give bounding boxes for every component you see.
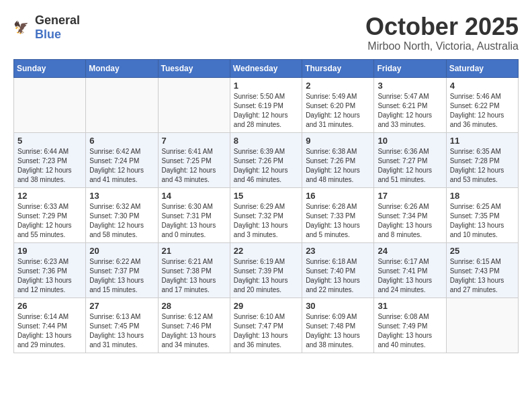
day-number: 7 (162, 136, 226, 146)
calendar-cell: 28Sunrise: 6:12 AM Sunset: 7:46 PM Dayli… (158, 298, 230, 353)
calendar-cell (158, 77, 230, 132)
calendar-cell (446, 298, 518, 353)
calendar-cell: 31Sunrise: 6:08 AM Sunset: 7:49 PM Dayli… (374, 298, 446, 353)
title-area: October 2025 Mirboo North, Victoria, Aus… (365, 13, 519, 52)
day-info: Sunrise: 5:47 AM Sunset: 6:21 PM Dayligh… (378, 92, 442, 130)
calendar-cell: 24Sunrise: 6:17 AM Sunset: 7:41 PM Dayli… (374, 242, 446, 298)
page-header: 🦅 General Blue October 2025 Mirboo North… (13, 13, 519, 52)
calendar-cell: 23Sunrise: 6:18 AM Sunset: 7:40 PM Dayli… (302, 242, 374, 298)
day-info: Sunrise: 6:22 AM Sunset: 7:37 PM Dayligh… (89, 257, 154, 295)
weekday-header: Friday (374, 59, 446, 77)
day-info: Sunrise: 6:38 AM Sunset: 7:26 PM Dayligh… (306, 147, 370, 185)
svg-text:🦅: 🦅 (13, 20, 29, 35)
day-number: 31 (378, 301, 442, 311)
calendar-cell: 20Sunrise: 6:22 AM Sunset: 7:37 PM Dayli… (86, 242, 158, 298)
location-title: Mirboo North, Victoria, Australia (365, 40, 519, 52)
calendar-cell: 11Sunrise: 6:35 AM Sunset: 7:28 PM Dayli… (446, 132, 518, 187)
day-number: 3 (378, 81, 442, 91)
day-number: 14 (162, 191, 226, 201)
logo-blue-text: Blue (35, 28, 61, 41)
weekday-header: Thursday (302, 59, 374, 77)
weekday-header: Wednesday (230, 59, 302, 77)
calendar-cell: 12Sunrise: 6:33 AM Sunset: 7:29 PM Dayli… (14, 187, 86, 242)
calendar-week-row: 1Sunrise: 5:50 AM Sunset: 6:19 PM Daylig… (14, 77, 519, 132)
day-info: Sunrise: 6:30 AM Sunset: 7:31 PM Dayligh… (162, 202, 226, 240)
day-info: Sunrise: 6:26 AM Sunset: 7:34 PM Dayligh… (378, 202, 442, 240)
day-info: Sunrise: 6:08 AM Sunset: 7:49 PM Dayligh… (378, 312, 442, 350)
calendar-cell: 6Sunrise: 6:42 AM Sunset: 7:24 PM Daylig… (86, 132, 158, 187)
calendar-cell: 8Sunrise: 6:39 AM Sunset: 7:26 PM Daylig… (230, 132, 302, 187)
calendar-cell: 26Sunrise: 6:14 AM Sunset: 7:44 PM Dayli… (14, 298, 86, 353)
day-number: 27 (89, 301, 154, 311)
day-number: 18 (450, 191, 515, 201)
weekday-header: Tuesday (158, 59, 230, 77)
day-info: Sunrise: 5:50 AM Sunset: 6:19 PM Dayligh… (234, 92, 298, 130)
day-number: 5 (17, 136, 82, 146)
day-info: Sunrise: 6:25 AM Sunset: 7:35 PM Dayligh… (450, 202, 515, 240)
calendar-cell: 5Sunrise: 6:44 AM Sunset: 7:23 PM Daylig… (14, 132, 86, 187)
calendar-table: SundayMondayTuesdayWednesdayThursdayFrid… (13, 59, 519, 353)
day-number: 23 (306, 246, 370, 256)
day-number: 30 (306, 301, 370, 311)
day-info: Sunrise: 6:29 AM Sunset: 7:32 PM Dayligh… (234, 202, 298, 240)
weekday-header: Saturday (446, 59, 518, 77)
calendar-week-row: 26Sunrise: 6:14 AM Sunset: 7:44 PM Dayli… (14, 298, 519, 353)
day-info: Sunrise: 6:12 AM Sunset: 7:46 PM Dayligh… (162, 312, 226, 350)
day-number: 26 (17, 301, 82, 311)
calendar-cell: 13Sunrise: 6:32 AM Sunset: 7:30 PM Dayli… (86, 187, 158, 242)
day-info: Sunrise: 6:17 AM Sunset: 7:41 PM Dayligh… (378, 257, 442, 295)
calendar-cell: 21Sunrise: 6:21 AM Sunset: 7:38 PM Dayli… (158, 242, 230, 298)
calendar-cell: 16Sunrise: 6:28 AM Sunset: 7:33 PM Dayli… (302, 187, 374, 242)
day-info: Sunrise: 6:33 AM Sunset: 7:29 PM Dayligh… (17, 202, 82, 240)
day-info: Sunrise: 5:46 AM Sunset: 6:22 PM Dayligh… (450, 92, 515, 130)
day-number: 17 (378, 191, 442, 201)
weekday-header: Sunday (14, 59, 86, 77)
day-info: Sunrise: 6:28 AM Sunset: 7:33 PM Dayligh… (306, 202, 370, 240)
calendar-week-row: 19Sunrise: 6:23 AM Sunset: 7:36 PM Dayli… (14, 242, 519, 298)
logo: 🦅 General Blue (13, 13, 80, 42)
day-info: Sunrise: 6:18 AM Sunset: 7:40 PM Dayligh… (306, 257, 370, 295)
month-title: October 2025 (365, 13, 519, 40)
calendar-cell: 27Sunrise: 6:13 AM Sunset: 7:45 PM Dayli… (86, 298, 158, 353)
day-info: Sunrise: 6:15 AM Sunset: 7:43 PM Dayligh… (450, 257, 515, 295)
calendar-cell: 2Sunrise: 5:49 AM Sunset: 6:20 PM Daylig… (302, 77, 374, 132)
calendar-cell: 10Sunrise: 6:36 AM Sunset: 7:27 PM Dayli… (374, 132, 446, 187)
day-info: Sunrise: 6:23 AM Sunset: 7:36 PM Dayligh… (17, 257, 82, 295)
day-number: 10 (378, 136, 442, 146)
day-number: 12 (17, 191, 82, 201)
calendar-cell: 22Sunrise: 6:19 AM Sunset: 7:39 PM Dayli… (230, 242, 302, 298)
day-number: 13 (89, 191, 154, 201)
day-number: 15 (234, 191, 298, 201)
logo-general-text: General (35, 13, 80, 27)
day-info: Sunrise: 6:39 AM Sunset: 7:26 PM Dayligh… (234, 147, 298, 185)
calendar-week-row: 5Sunrise: 6:44 AM Sunset: 7:23 PM Daylig… (14, 132, 519, 187)
calendar-cell: 14Sunrise: 6:30 AM Sunset: 7:31 PM Dayli… (158, 187, 230, 242)
day-number: 22 (234, 246, 298, 256)
day-number: 16 (306, 191, 370, 201)
calendar-cell: 30Sunrise: 6:09 AM Sunset: 7:48 PM Dayli… (302, 298, 374, 353)
day-number: 9 (306, 136, 370, 146)
calendar-cell: 7Sunrise: 6:41 AM Sunset: 7:25 PM Daylig… (158, 132, 230, 187)
calendar-cell: 3Sunrise: 5:47 AM Sunset: 6:21 PM Daylig… (374, 77, 446, 132)
day-number: 20 (89, 246, 154, 256)
calendar-cell (86, 77, 158, 132)
day-info: Sunrise: 6:35 AM Sunset: 7:28 PM Dayligh… (450, 147, 515, 185)
day-number: 2 (306, 81, 370, 91)
day-info: Sunrise: 6:14 AM Sunset: 7:44 PM Dayligh… (17, 312, 82, 350)
day-number: 11 (450, 136, 515, 146)
calendar-cell: 19Sunrise: 6:23 AM Sunset: 7:36 PM Dayli… (14, 242, 86, 298)
day-info: Sunrise: 6:41 AM Sunset: 7:25 PM Dayligh… (162, 147, 226, 185)
day-number: 1 (234, 81, 298, 91)
day-info: Sunrise: 6:44 AM Sunset: 7:23 PM Dayligh… (17, 147, 82, 185)
day-number: 24 (378, 246, 442, 256)
calendar-week-row: 12Sunrise: 6:33 AM Sunset: 7:29 PM Dayli… (14, 187, 519, 242)
day-info: Sunrise: 6:13 AM Sunset: 7:45 PM Dayligh… (89, 312, 154, 350)
day-info: Sunrise: 6:42 AM Sunset: 7:24 PM Dayligh… (89, 147, 154, 185)
day-info: Sunrise: 6:10 AM Sunset: 7:47 PM Dayligh… (234, 312, 298, 350)
calendar-cell: 17Sunrise: 6:26 AM Sunset: 7:34 PM Dayli… (374, 187, 446, 242)
day-info: Sunrise: 6:32 AM Sunset: 7:30 PM Dayligh… (89, 202, 154, 240)
weekday-header: Monday (86, 59, 158, 77)
calendar-cell: 1Sunrise: 5:50 AM Sunset: 6:19 PM Daylig… (230, 77, 302, 132)
day-info: Sunrise: 6:19 AM Sunset: 7:39 PM Dayligh… (234, 257, 298, 295)
calendar-header-row: SundayMondayTuesdayWednesdayThursdayFrid… (14, 59, 519, 77)
